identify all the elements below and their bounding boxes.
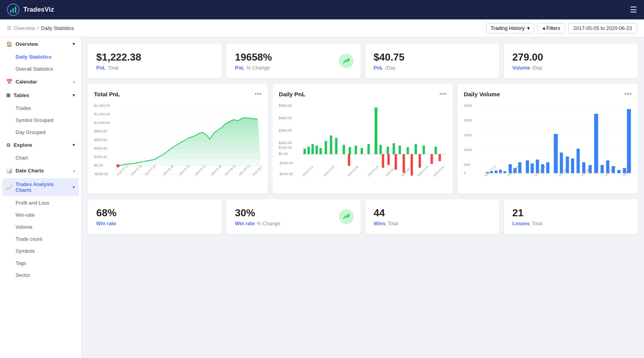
sidebar-item-day-grouped[interactable]: Day Grouped	[0, 126, 81, 138]
breadcrumb-menu-icon[interactable]: ☰	[7, 25, 12, 31]
svg-rect-0	[10, 10, 12, 13]
svg-text:$600.00: $600.00	[94, 138, 107, 142]
svg-rect-47	[330, 136, 332, 154]
svg-rect-68	[411, 154, 413, 176]
trend-up-badge	[339, 54, 354, 68]
sidebar-item-explore[interactable]: ⊙ Explore ▾	[0, 138, 81, 152]
win-rate-pct-card: 30% Win rate % Change	[226, 199, 360, 234]
chevron-down-icon: ▾	[73, 93, 75, 98]
pnl-pct-change-label: PnL % Change	[235, 65, 352, 71]
total-pnl-chart-card: Total PnL ••• $1,400.00 $1,200.00 $1,000…	[88, 84, 268, 194]
sidebar-item-symbols[interactable]: Symbols	[0, 245, 81, 257]
sidebar-item-trade-count[interactable]: Trade count	[0, 233, 81, 245]
svg-rect-94	[495, 170, 497, 173]
home-icon: 🏠	[6, 41, 12, 47]
chart-row: Total PnL ••• $1,400.00 $1,200.00 $1,000…	[88, 84, 638, 194]
wins-total-card: 44 Wins Total	[365, 199, 499, 234]
filters-button[interactable]: ◂ Filters	[537, 23, 565, 33]
svg-text:$1,200.00: $1,200.00	[94, 112, 110, 116]
svg-rect-50	[349, 147, 351, 154]
svg-rect-64	[382, 154, 384, 168]
date-range-display[interactable]: 2017-05-05 to 2020-06-23	[568, 23, 637, 33]
sidebar-item-trades-analysis[interactable]: 📈 Trades Analysis Charts ▾	[2, 178, 79, 196]
sidebar-item-daily-statistics[interactable]: Daily Statistics	[0, 51, 81, 63]
losses-total-card: 21 Losses Total	[504, 199, 638, 234]
svg-text:$300.00: $300.00	[279, 129, 292, 132]
logo-icon	[7, 3, 19, 16]
svg-text:2020-04-15: 2020-04-15	[224, 164, 236, 176]
daily-volume-menu-icon[interactable]: •••	[624, 90, 632, 98]
svg-rect-112	[594, 114, 598, 173]
sidebar-item-calendar[interactable]: 📅 Calendar ›	[0, 75, 81, 89]
svg-rect-58	[399, 146, 401, 154]
sidebar-item-overall-statistics[interactable]: Overall Statistics	[0, 63, 81, 75]
svg-rect-105	[554, 134, 557, 173]
total-pnl-chart-header: Total PnL •••	[94, 90, 262, 98]
pnl-total-card: $1,222.38 PnL Total	[88, 43, 222, 78]
svg-text:2020-03-27: 2020-03-27	[194, 164, 207, 176]
svg-rect-43	[312, 144, 314, 154]
chevron-down-icon: ▾	[73, 185, 75, 190]
calendar-icon: 📅	[6, 79, 12, 85]
top-navigation: TradesViz ☰	[0, 0, 644, 19]
pnl-total-label: PnL Total	[96, 65, 213, 71]
svg-text:$0.00: $0.00	[279, 152, 288, 156]
svg-rect-60	[415, 144, 417, 154]
total-pnl-menu-icon[interactable]: •••	[254, 90, 262, 98]
breadcrumb: ☰ Overview / Daily Statistics	[7, 25, 74, 31]
sidebar-item-win-rate[interactable]: Win-rate	[0, 209, 81, 221]
sidebar-item-tables[interactable]: ⊞ Tables ▾	[0, 89, 81, 102]
svg-rect-101	[531, 163, 534, 173]
svg-text:2020-03-06: 2020-03-06	[162, 164, 175, 176]
daily-pnl-menu-icon[interactable]: •••	[439, 90, 447, 98]
svg-text:1000: 1000	[464, 148, 472, 152]
pnl-total-value: $1,222.38	[96, 51, 213, 63]
svg-text:2019-07-25: 2019-07-25	[323, 165, 335, 177]
svg-text:2019-07-16: 2019-07-16	[130, 164, 142, 176]
sidebar-item-sector[interactable]: Sector	[0, 269, 81, 281]
svg-text:$200.00: $200.00	[94, 155, 107, 159]
losses-total-label: Losses Total	[512, 221, 629, 226]
svg-rect-56	[387, 147, 389, 154]
svg-rect-57	[393, 143, 395, 154]
sidebar-item-overview[interactable]: 🏠 Overview ▾	[0, 37, 81, 51]
breadcrumb-bar: ☰ Overview / Daily Statistics Trading Hi…	[0, 19, 644, 37]
svg-text:1500: 1500	[464, 133, 472, 137]
sidebar-item-symbol-grouped[interactable]: Symbol Grouped	[0, 114, 81, 126]
table-icon: ⊞	[6, 92, 10, 98]
sidebar-item-volume[interactable]: Volume	[0, 221, 81, 233]
svg-text:-$200.00: -$200.00	[94, 172, 108, 176]
svg-text:500: 500	[464, 163, 470, 167]
sidebar-item-date-charts[interactable]: 📊 Date Charts ›	[0, 164, 81, 177]
svg-rect-95	[499, 170, 502, 173]
chevron-down-icon: ▾	[527, 25, 530, 31]
analysis-icon: 📈	[6, 184, 12, 190]
breadcrumb-parent[interactable]: Overview	[14, 25, 35, 31]
losses-total-value: 21	[512, 207, 629, 219]
svg-text:$200.00: $200.00	[279, 141, 292, 145]
svg-text:0: 0	[464, 171, 466, 175]
win-rate-value: 68%	[96, 207, 213, 219]
svg-rect-109	[576, 149, 580, 173]
trading-history-dropdown[interactable]: Trading History ▾	[486, 23, 534, 33]
top-stat-cards: $1,222.38 PnL Total 19658% PnL % Change	[88, 43, 638, 78]
explore-icon: ⊙	[6, 142, 10, 148]
daily-pnl-chart-header: Daily PnL •••	[279, 90, 446, 98]
sidebar-item-profit-loss[interactable]: Profit and Loss	[0, 197, 81, 209]
svg-text:$400.00: $400.00	[279, 116, 292, 120]
sidebar-item-tags[interactable]: Tags	[0, 257, 81, 269]
svg-rect-62	[435, 147, 437, 154]
chevron-down-icon: ▾	[73, 143, 75, 148]
sidebar-item-trades[interactable]: Trades	[0, 102, 81, 114]
svg-text:$800.00: $800.00	[94, 129, 107, 133]
sidebar-item-chart[interactable]: Chart	[0, 152, 81, 164]
win-rate-label: Win rate	[96, 221, 213, 226]
svg-text:2020-05-22: 2020-05-22	[433, 165, 445, 177]
pnl-per-day-value: $40.75	[374, 51, 491, 63]
daily-volume-chart-card: Daily Volume ••• 2500 2000 1500 1000 500…	[458, 84, 638, 194]
svg-rect-44	[316, 146, 318, 154]
pnl-per-day-card: $40.75 PnL /Day	[365, 43, 499, 78]
svg-rect-51	[355, 146, 357, 154]
hamburger-icon[interactable]: ☰	[630, 5, 637, 14]
svg-text:2000: 2000	[464, 118, 472, 122]
